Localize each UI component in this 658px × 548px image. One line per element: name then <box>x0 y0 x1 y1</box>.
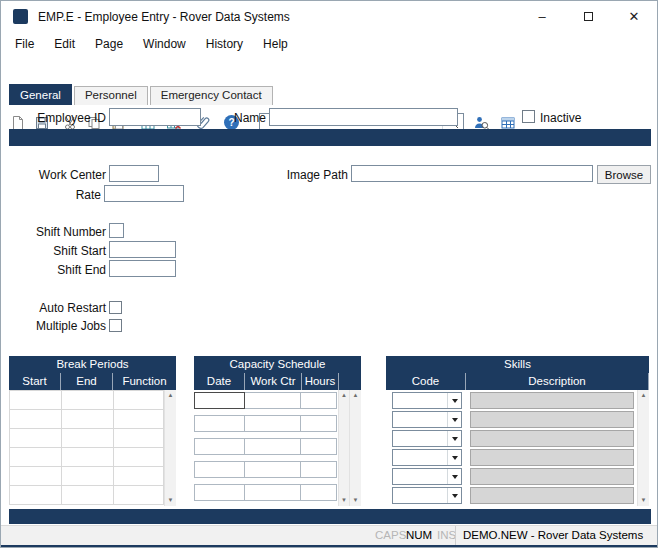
ins-indicator: INS <box>437 529 456 541</box>
capacity-schedule-cell[interactable] <box>300 438 337 455</box>
scroll-up-icon[interactable]: ▲ <box>353 390 359 401</box>
toolbar: ? ✕ <box>1 56 657 84</box>
inactive-checkbox[interactable] <box>522 110 535 123</box>
multiple-jobs-checkbox[interactable] <box>109 319 122 332</box>
break-periods-row <box>10 429 164 448</box>
break-periods-cell[interactable] <box>114 467 164 486</box>
menu-item-page[interactable]: Page <box>85 34 133 54</box>
capacity-schedule-cell[interactable] <box>300 415 337 432</box>
capacity-schedule-cell[interactable] <box>244 461 301 478</box>
break-periods-cell[interactable] <box>10 391 62 410</box>
shift-number-field[interactable] <box>109 223 124 238</box>
tab-strip: General Personnel Emergency Contact <box>9 84 275 105</box>
image-path-field[interactable] <box>351 165 593 182</box>
menu-item-window[interactable]: Window <box>133 34 196 54</box>
capacity-schedule-cell[interactable] <box>194 484 245 501</box>
capacity-schedule-title: Capacity Schedule <box>194 356 361 373</box>
auto-restart-checkbox[interactable] <box>109 301 122 314</box>
rate-field[interactable] <box>104 185 184 202</box>
capacity-schedule-cell[interactable] <box>244 484 301 501</box>
capacity-schedule-cell[interactable] <box>194 438 245 455</box>
shift-start-field[interactable] <box>109 241 176 258</box>
combo-dropdown-button[interactable] <box>447 469 461 484</box>
column-header-start: Start <box>9 373 61 390</box>
combo-dropdown-button[interactable] <box>447 450 461 465</box>
capacity-schedule-row <box>194 415 338 432</box>
chevron-down-icon <box>452 475 458 479</box>
skill-code-combo[interactable] <box>392 430 462 447</box>
scroll-up-icon[interactable]: ▲ <box>168 390 174 401</box>
chevron-down-icon <box>452 418 458 422</box>
scroll-up-icon[interactable]: ▲ <box>641 390 647 401</box>
break-periods-cell[interactable] <box>10 448 62 467</box>
break-periods-cell[interactable] <box>10 467 62 486</box>
skills-row <box>386 429 637 448</box>
capacity-schedule-row <box>194 438 338 455</box>
scroll-up-icon[interactable]: ▲ <box>341 390 347 401</box>
break-periods-cell[interactable] <box>10 486 62 505</box>
combo-dropdown-button[interactable] <box>447 488 461 503</box>
break-periods-cell[interactable] <box>114 448 164 467</box>
break-periods-cell[interactable] <box>62 448 114 467</box>
shift-end-field[interactable] <box>109 260 176 277</box>
minimize-button[interactable]: – <box>519 1 565 32</box>
capacity-schedule-cell[interactable] <box>244 392 301 409</box>
tab-general[interactable]: General <box>9 84 72 105</box>
break-periods-cell[interactable] <box>10 410 62 429</box>
browse-button[interactable]: Browse <box>597 165 651 184</box>
status-separator <box>455 526 456 545</box>
status-message: DEMO.NEW - Rover Data Systems <box>463 529 643 541</box>
menu-item-file[interactable]: File <box>5 34 44 54</box>
employee-id-field[interactable] <box>109 108 201 126</box>
break-periods-cell[interactable] <box>62 467 114 486</box>
capacity-schedule-cell[interactable] <box>194 461 245 478</box>
tab-personnel[interactable]: Personnel <box>74 86 148 105</box>
break-periods-cell[interactable] <box>114 429 164 448</box>
name-field[interactable] <box>269 108 458 126</box>
capacity-spinner[interactable]: ▲ ▼ <box>338 390 349 506</box>
tab-emergency-contact[interactable]: Emergency Contact <box>150 86 273 105</box>
capacity-schedule-cell[interactable] <box>300 392 337 409</box>
break-periods-cell[interactable] <box>62 486 114 505</box>
break-periods-cell[interactable] <box>62 391 114 410</box>
scroll-down-icon[interactable]: ▼ <box>641 495 647 506</box>
capacity-schedule-scrollbar[interactable]: ▲ ▼ <box>349 390 361 506</box>
menu-item-history[interactable]: History <box>196 34 253 54</box>
skills-panel: Skills Code Description ▲ ▼ <box>386 356 649 506</box>
break-periods-cell[interactable] <box>114 391 164 410</box>
chevron-down-icon <box>452 399 458 403</box>
scroll-down-icon[interactable]: ▼ <box>341 495 347 506</box>
capacity-schedule-cell[interactable] <box>300 484 337 501</box>
menu-item-edit[interactable]: Edit <box>44 34 85 54</box>
capacity-schedule-cell[interactable] <box>194 415 245 432</box>
skills-scrollbar[interactable]: ▲ ▼ <box>637 390 649 506</box>
skill-code-combo[interactable] <box>392 468 462 485</box>
skill-code-combo[interactable] <box>392 487 462 504</box>
scroll-down-icon[interactable]: ▼ <box>353 495 359 506</box>
break-periods-row <box>10 448 164 467</box>
skill-description-field <box>470 411 634 428</box>
skill-code-combo[interactable] <box>392 411 462 428</box>
combo-dropdown-button[interactable] <box>447 393 461 408</box>
maximize-button[interactable] <box>565 1 611 32</box>
capacity-schedule-cell[interactable] <box>300 461 337 478</box>
capacity-schedule-cell[interactable] <box>194 392 245 409</box>
break-periods-cell[interactable] <box>62 429 114 448</box>
close-button[interactable]: ✕ <box>611 1 657 32</box>
skill-code-combo[interactable] <box>392 449 462 466</box>
break-periods-cell[interactable] <box>10 429 62 448</box>
skill-description-field <box>470 449 634 466</box>
break-periods-scrollbar[interactable]: ▲ ▼ <box>164 390 176 506</box>
break-periods-cell[interactable] <box>114 486 164 505</box>
combo-dropdown-button[interactable] <box>447 412 461 427</box>
break-periods-cell[interactable] <box>62 410 114 429</box>
chevron-down-icon <box>452 437 458 441</box>
capacity-schedule-cell[interactable] <box>244 415 301 432</box>
combo-dropdown-button[interactable] <box>447 431 461 446</box>
work-center-field[interactable] <box>109 165 159 182</box>
capacity-schedule-cell[interactable] <box>244 438 301 455</box>
menu-item-help[interactable]: Help <box>253 34 298 54</box>
skill-code-combo[interactable] <box>392 392 462 409</box>
scroll-down-icon[interactable]: ▼ <box>168 495 174 506</box>
break-periods-cell[interactable] <box>114 410 164 429</box>
